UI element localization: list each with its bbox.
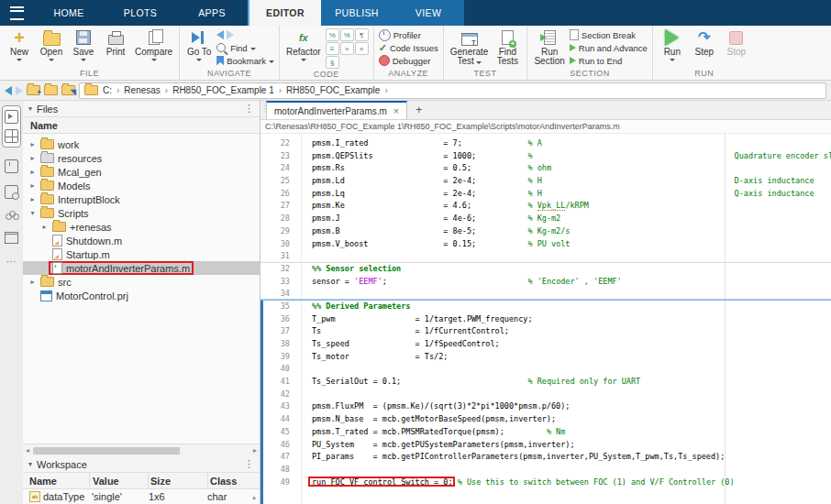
code-issues-button[interactable]: ✓Code Issues xyxy=(379,41,438,54)
workspace-row-dataType[interactable]: abdataType'single'1x6char▴ xyxy=(23,489,260,504)
code-area[interactable]: 22pmsm.I_rated = 7; % A23pmsm.QEPSlits =… xyxy=(260,134,831,504)
code-line-46[interactable]: 46PU_System = mcb.getPUSystemParameters(… xyxy=(260,439,831,452)
increase-indent-icon[interactable]: » xyxy=(340,42,354,55)
scrollbar-thumb[interactable] xyxy=(33,447,180,455)
smart-indent-icon[interactable]: ≡ xyxy=(326,42,339,55)
tree-item--renesas[interactable]: ▸+renesas xyxy=(23,220,260,234)
compare-button[interactable]: Compare xyxy=(133,27,174,62)
breadcrumb-item[interactable]: C: xyxy=(103,85,112,95)
debugger-button[interactable]: Debugger xyxy=(379,54,438,67)
files-name-header[interactable]: Name xyxy=(23,116,260,134)
code-line-35[interactable]: 35%% Derived Parameters xyxy=(260,301,831,313)
expand-caret-icon[interactable]: ▸ xyxy=(39,223,50,231)
tree-item-models[interactable]: ▸Models xyxy=(23,179,260,192)
tab-home[interactable]: HOME xyxy=(33,0,105,26)
files-horizontal-scrollbar[interactable]: ◂ ▸ xyxy=(23,444,260,456)
run-button[interactable]: Run xyxy=(658,27,687,62)
code-line-42[interactable]: 42 xyxy=(260,389,831,401)
bookmark-button[interactable]: Bookmark xyxy=(216,54,274,67)
code-line-25[interactable]: 25pmsm.Ld = 2e-4; % H D-axis inductance xyxy=(260,175,831,188)
decrease-indent-icon[interactable]: « xyxy=(355,42,369,55)
run-and-advance-button[interactable]: Run and Advance xyxy=(570,41,648,54)
code-line-43[interactable]: 43pmsm.FluxPM = (pmsm.Ke)/(sqrt(3)*2*pi*… xyxy=(260,400,831,413)
workspace-column-class[interactable]: Class xyxy=(208,476,260,487)
code-line-24[interactable]: 24pmsm.Rs = 0.5; % ohm xyxy=(260,162,831,175)
more-options-icon[interactable]: ⋯ xyxy=(6,256,17,268)
tree-item-motorandinverterparams-m[interactable]: motorAndInverterParams.m xyxy=(23,261,260,275)
document-tab[interactable]: motorAndInverterParams.m × xyxy=(266,101,407,119)
code-line-33[interactable]: 33sensor = 'EEMF'; % 'Encoder' , 'EEMF' xyxy=(260,276,831,289)
code-line-32[interactable]: 32%% Sensor selection xyxy=(260,263,831,276)
run-section-button[interactable]: Run Section xyxy=(532,27,566,67)
workspace-column-value[interactable]: Value xyxy=(90,473,149,488)
code-line-45[interactable]: 45pmsm.T_rated = mcb.PMSMRatedTorque(pms… xyxy=(260,426,831,439)
folder-up-icon[interactable]: ◥ xyxy=(61,85,75,95)
code-line-40[interactable]: 40 xyxy=(260,363,831,376)
tree-item-motorcontrol-prj[interactable]: MotorControl.prj xyxy=(23,289,260,302)
nav-forward-icon[interactable] xyxy=(16,86,23,95)
tree-item-shutdown-m[interactable]: Shutdown.m xyxy=(23,234,260,247)
comment-percent-icon[interactable]: % xyxy=(326,28,339,41)
code-line-30[interactable]: 30pmsm.V_boost = 0.15; % PU volt xyxy=(260,238,831,251)
tab-editor[interactable]: EDITOR xyxy=(249,0,321,26)
expand-caret-icon[interactable]: ▸ xyxy=(28,168,38,176)
code-line-26[interactable]: 26pmsm.Lq = 2e-4; % H Q-axis inductance xyxy=(260,188,831,201)
scroll-right-icon[interactable]: ▸ xyxy=(253,446,257,455)
archive-box-icon[interactable] xyxy=(5,232,18,244)
code-line-34[interactable]: 34 xyxy=(260,288,831,301)
code-line-49[interactable]: 49run_FOC_VF_control_Switch = 0; % Use t… xyxy=(260,477,831,489)
tab-apps[interactable]: APPS xyxy=(176,0,248,26)
scroll-up-icon[interactable]: ▴ xyxy=(252,493,260,501)
wrap-comments-icon[interactable]: ¶ xyxy=(355,28,369,41)
code-line-36[interactable]: 36T_pwm = 1/target.PWM_frequency; xyxy=(260,313,831,326)
code-line-44[interactable]: 44pmsm.N_base = mcb.getMotorBaseSpeed(pm… xyxy=(260,413,831,426)
new-tab-button[interactable]: + xyxy=(407,101,430,119)
apps-cluster-icon[interactable] xyxy=(6,211,17,220)
code-line-39[interactable]: 39Ts_motor = Ts/2; xyxy=(260,351,831,364)
tree-item-src[interactable]: ▸src xyxy=(23,275,260,289)
expand-caret-icon[interactable]: ▾ xyxy=(28,209,38,217)
forward-arrow-icon[interactable] xyxy=(227,30,234,39)
expand-caret-icon[interactable]: ▸ xyxy=(28,154,38,162)
find-tests-button[interactable]: Find Tests xyxy=(493,27,522,67)
expand-caret-icon[interactable]: ▸ xyxy=(28,278,38,286)
code-line-23[interactable]: 23pmsm.QEPSlits = 1000; % Quadrature enc… xyxy=(260,150,831,163)
code-line-22[interactable]: 22pmsm.I_rated = 7; % A xyxy=(260,137,831,150)
code-line-47[interactable]: 47PI_params = mcb.getPIControllerParamet… xyxy=(260,451,831,464)
find-button[interactable]: Find xyxy=(216,41,274,54)
code-line-31[interactable]: 31 xyxy=(260,250,831,263)
files-panel-header[interactable]: ▾ Files ⋮ xyxy=(23,101,260,116)
tab-view[interactable]: VIEW xyxy=(393,0,464,26)
kebab-menu-icon[interactable]: ⋮ xyxy=(244,103,254,115)
print-button[interactable]: Print xyxy=(101,27,130,58)
generate-test-button[interactable]: Generate Test xyxy=(449,27,491,67)
breadcrumb-item[interactable]: Renesas xyxy=(124,85,160,95)
expand-caret-icon[interactable]: ▸ xyxy=(28,181,38,190)
folder-open-icon[interactable] xyxy=(44,85,58,95)
folder-new-icon[interactable]: + xyxy=(27,85,40,95)
code-line-38[interactable]: 38Ts_speed = 1/fSpeedControl; xyxy=(260,338,831,351)
code-line-29[interactable]: 29pmsm.B = 8e-5; % Kg-m2/s xyxy=(260,225,831,238)
expand-caret-icon[interactable]: ▸ xyxy=(28,140,38,148)
insert-section-icon[interactable]: § xyxy=(326,56,339,69)
file-search-icon[interactable] xyxy=(5,185,18,199)
save-button[interactable]: Save xyxy=(69,27,98,62)
breadcrumb-item[interactable]: RH850_FOC_Example xyxy=(286,85,380,95)
workspace-panel-header[interactable]: ▾ Workspace ⋮ xyxy=(23,456,260,472)
editor-panel-icon[interactable] xyxy=(5,110,18,124)
layout-grid-icon[interactable] xyxy=(5,129,18,143)
kebab-menu-icon[interactable]: ⋮ xyxy=(244,458,254,470)
code-line-27[interactable]: 27pmsm.Ke = 4.6; % Vpk_LL/kRPM xyxy=(260,200,831,213)
workspace-column-name[interactable]: Name xyxy=(23,473,90,488)
recent-files-icon[interactable] xyxy=(5,159,18,173)
tree-item-mcal-gen[interactable]: ▸Mcal_gen xyxy=(23,165,260,179)
tree-item-scripts[interactable]: ▾Scripts xyxy=(23,206,260,220)
section-break-button[interactable]: Section Break xyxy=(570,28,648,41)
code-line-28[interactable]: 28pmsm.J = 4e-6; % Kg-m2 xyxy=(260,213,831,225)
workspace-column-headers[interactable]: NameValueSizeClass xyxy=(23,472,260,489)
tab-publish[interactable]: PUBLISH xyxy=(321,0,393,26)
uncomment-icon[interactable]: % xyxy=(340,28,354,41)
tree-item-interruptblock[interactable]: ▸InterruptBlock xyxy=(23,192,260,206)
workspace-column-size[interactable]: Size xyxy=(149,473,208,488)
step-button[interactable]: ↷ Step xyxy=(690,27,719,58)
